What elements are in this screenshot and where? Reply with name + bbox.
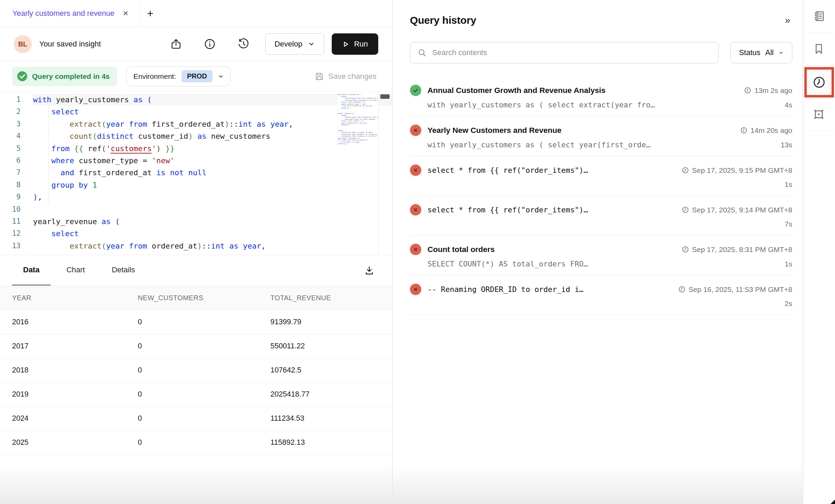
query-history-item[interactable]: -- Renaming ORDER_ID to order_id i… Sep … <box>410 275 792 315</box>
error-icon <box>410 244 421 255</box>
share-button[interactable] <box>169 38 183 51</box>
query-history-item[interactable]: Annual Customer Growth and Revenue Analy… <box>410 76 792 116</box>
query-history-header: Query history » <box>410 14 792 26</box>
error-icon <box>410 204 421 216</box>
line-number: 5 <box>0 143 33 155</box>
status-filter-label: Status <box>739 48 760 57</box>
table-cell: 550011.22 <box>258 342 392 350</box>
download-results-button[interactable] <box>363 264 375 277</box>
tab-chart[interactable]: Chart <box>55 255 96 286</box>
close-tab-icon[interactable]: ✕ <box>123 10 128 17</box>
version-history-button[interactable] <box>237 38 250 51</box>
sidebar-item-lineage[interactable] <box>803 98 834 131</box>
query-timestamp: Sep 16, 2025, 11:53 PM GMT+8 <box>678 285 792 294</box>
code-line[interactable]: 5 from {{ ref('customers') }} <box>0 143 392 155</box>
query-history-item[interactable]: select * from {{ ref("order_items")… Sep… <box>410 156 792 196</box>
tab-details[interactable]: Details <box>101 255 146 286</box>
run-label: Run <box>354 40 368 49</box>
code-line[interactable]: 13 extract(year from ordered_at)::int as… <box>0 240 392 252</box>
table-row[interactable]: 20250115892.13 <box>0 431 392 455</box>
table-cell: 2019 <box>0 390 126 399</box>
line-number: 11 <box>0 216 33 228</box>
code-line[interactable]: 2 select <box>0 106 392 118</box>
status-filter-value: All <box>765 48 774 57</box>
code-line[interactable]: 12 select <box>0 228 392 240</box>
query-timestamp: Sep 17, 2025, 8:31 PM GMT+8 <box>682 245 792 254</box>
query-snippet: with yearly_customers as ( select extrac… <box>427 101 778 109</box>
table-row[interactable]: 20170550011.22 <box>0 334 392 358</box>
table-cell: 2024 <box>0 414 126 423</box>
develop-label: Develop <box>275 40 302 49</box>
success-check-icon <box>17 71 28 82</box>
search-box <box>410 42 719 63</box>
code-line[interactable]: 1with yearly_customers as ( <box>0 94 392 106</box>
run-button[interactable]: Run <box>332 33 378 55</box>
table-row[interactable]: 2016091399.79 <box>0 310 392 334</box>
tab-yearly-customers-and-revenue[interactable]: Yearly customers and revenue ✕ <box>0 0 140 27</box>
line-number: 2 <box>0 106 33 118</box>
save-icon <box>314 71 324 82</box>
code-line[interactable]: 11yearly_revenue as ( <box>0 216 392 228</box>
code-line[interactable]: 8 group by 1 <box>0 179 392 191</box>
code-lines: 1with yearly_customers as (2 select3 ext… <box>0 92 392 252</box>
lineage-icon <box>812 107 826 122</box>
chevron-down-icon <box>779 50 784 55</box>
query-history-item[interactable]: Yearly New Customers and Revenue 14m 20s… <box>410 116 792 156</box>
collapse-panel-button[interactable]: » <box>783 15 792 26</box>
code-line[interactable]: 3 extract(year from first_ordered_at)::i… <box>0 118 392 130</box>
save-changes-label: Save changes <box>329 72 377 81</box>
avatar: BL <box>14 35 32 53</box>
table-header-row: YEARNEW_CUSTOMERSTOTAL_REVENUE <box>0 286 392 310</box>
new-tab-button[interactable]: + <box>140 0 161 27</box>
notebook-icon <box>812 9 826 23</box>
query-history-item[interactable]: Count total orders Sep 17, 2025, 8:31 PM… <box>410 235 792 275</box>
code-line[interactable]: 4 count(distinct customer_id) as new_cus… <box>0 130 392 142</box>
table-row[interactable]: 201902025418.77 <box>0 382 392 407</box>
query-title: -- Renaming ORDER_ID to order_id i… <box>427 285 671 294</box>
editor-scroll-handle[interactable] <box>380 94 390 99</box>
side-rail <box>803 0 834 504</box>
query-timestamp: 14m 20s ago <box>740 126 792 135</box>
sidebar-item-bookmarks[interactable] <box>803 33 834 65</box>
line-number: 6 <box>0 155 33 167</box>
editor-minimap[interactable]: with yearly_customers as ( select extrac… <box>338 94 378 255</box>
status-filter-dropdown[interactable]: Status All <box>730 42 792 63</box>
table-row[interactable]: 20180107642.5 <box>0 358 392 382</box>
query-snippet: SELECT COUNT(*) AS total_orders FRO… <box>427 260 778 268</box>
line-number: 10 <box>0 203 33 216</box>
code-line[interactable]: 10 <box>0 203 392 216</box>
query-history-panel: Query history » Status All Annual Custom… <box>393 0 803 504</box>
line-number: 9 <box>0 191 33 203</box>
query-title: Annual Customer Growth and Revenue Analy… <box>427 86 737 95</box>
search-icon <box>418 48 427 57</box>
status-bar: Query completed in 4s Environment: PROD … <box>0 61 392 91</box>
table-cell: 115892.13 <box>258 438 392 447</box>
info-button[interactable] <box>203 38 216 51</box>
clock-icon <box>740 127 748 134</box>
code-line[interactable]: 9), <box>0 191 392 203</box>
clock-icon <box>682 167 689 174</box>
code-line[interactable]: 7 and first_ordered_at is not null <box>0 167 392 179</box>
develop-button[interactable]: Develop <box>265 33 324 55</box>
line-number: 13 <box>0 240 33 252</box>
sql-code-editor[interactable]: 1with yearly_customers as (2 select3 ext… <box>0 91 392 255</box>
table-row[interactable]: 20240111234.53 <box>0 407 392 431</box>
sidebar-item-query-history[interactable] <box>812 75 826 90</box>
save-changes-button[interactable]: Save changes <box>314 71 380 82</box>
line-number: 7 <box>0 167 33 179</box>
tab-data[interactable]: Data <box>12 255 51 286</box>
query-timestamp: Sep 17, 2025, 9:15 PM GMT+8 <box>682 166 792 175</box>
code-line[interactable]: 6 where customer_type = 'new' <box>0 155 392 167</box>
editor-scrollbar[interactable] <box>378 92 392 255</box>
sidebar-item-notebook[interactable] <box>803 0 834 33</box>
query-timestamp: 13m 2s ago <box>744 86 792 95</box>
table-cell: 0 <box>126 342 258 350</box>
query-history-item[interactable]: select * from {{ ref("order_items")… Sep… <box>410 196 792 235</box>
environment-value-badge: PROD <box>182 70 213 82</box>
environment-selector[interactable]: Environment: PROD <box>126 66 231 86</box>
column-header: TOTAL_REVENUE <box>258 294 392 302</box>
query-history-controls: Status All <box>410 42 792 63</box>
table-cell: 107642.5 <box>258 366 392 375</box>
clock-icon <box>682 246 689 253</box>
search-input[interactable] <box>410 42 719 63</box>
